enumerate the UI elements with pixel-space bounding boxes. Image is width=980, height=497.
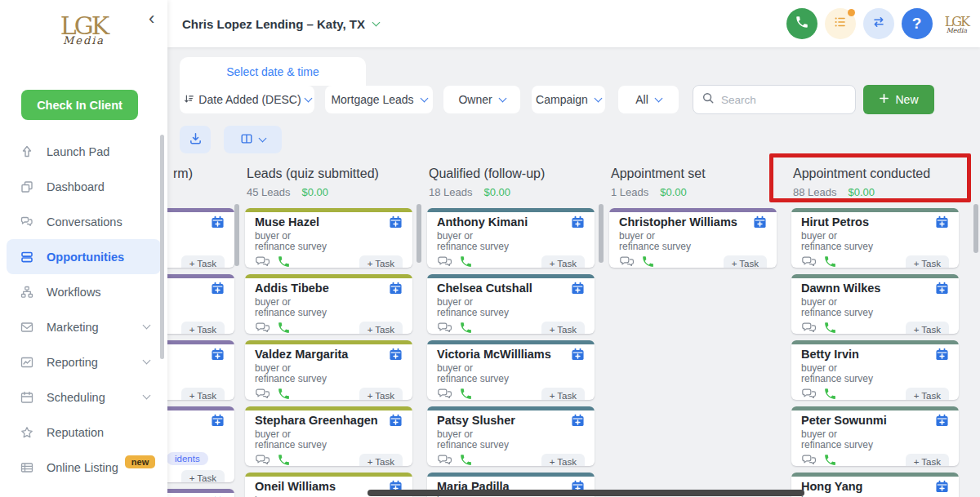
chat-icon[interactable] [437, 454, 453, 466]
calendar-add-icon[interactable] [211, 348, 225, 364]
add-task-button[interactable]: + Task [541, 454, 585, 467]
pipeline-dropdown[interactable]: Mortgage Leads [325, 86, 433, 113]
all-filter-dropdown[interactable]: All [618, 86, 679, 113]
calendar-add-icon[interactable] [935, 215, 949, 232]
add-task-button[interactable]: + Task [359, 255, 403, 268]
check-in-client-button[interactable]: Check In Client [21, 90, 138, 120]
calendar-add-icon[interactable] [211, 282, 225, 298]
lead-card[interactable]: Hong Yang buyer orrefinance survey + Tas… [791, 473, 959, 497]
chat-icon[interactable] [437, 255, 453, 268]
lead-card[interactable]: Addis Tibebe buyer orrefinance survey + … [245, 274, 412, 334]
sidebar-item-reporting[interactable]: Reporting [7, 344, 161, 379]
chat-icon[interactable] [619, 255, 635, 268]
chat-icon[interactable] [801, 322, 817, 334]
add-task-button[interactable]: + Task [906, 388, 949, 401]
lead-card[interactable]: Dawnn Wilkes buyer orrefinance survey + … [791, 274, 959, 334]
sort-dropdown[interactable]: Date Added (DESC) [180, 86, 314, 113]
calendar-add-icon[interactable] [211, 414, 225, 430]
lead-card[interactable]: Christopher Williams buyer orrefinance s… [609, 208, 777, 268]
lead-card[interactable]: + Task [167, 340, 234, 400]
call-icon[interactable] [277, 387, 291, 400]
add-task-button[interactable]: + Task [359, 322, 403, 335]
call-icon[interactable] [459, 387, 473, 400]
calendar-add-icon[interactable] [571, 414, 585, 430]
lead-card[interactable]: Betty Irvin buyer orrefinance survey + T… [791, 340, 959, 400]
add-task-button[interactable]: + Task [541, 255, 585, 268]
lead-card[interactable]: Hirut Petros buyer orrefinance survey + … [791, 208, 959, 268]
add-task-button[interactable]: + Task [181, 322, 225, 335]
sidebar-item-conversations[interactable]: Conversations [7, 204, 161, 239]
lead-card[interactable]: Victoria McWillliams buyer orrefinance s… [427, 340, 595, 400]
sidebar-item-dashboard[interactable]: Dashboard [7, 169, 161, 204]
sidebar-item-marketing[interactable]: Marketing [7, 309, 161, 344]
lead-card[interactable]: Chelsea Cutshall buyer orrefinance surve… [427, 274, 595, 334]
sidebar-collapse-icon[interactable]: ‹ [149, 10, 154, 28]
call-icon[interactable] [277, 321, 291, 334]
chat-icon[interactable] [255, 322, 271, 334]
sidebar-item-opportunities[interactable]: Opportunities [7, 239, 161, 274]
sidebar-scrollbar[interactable] [160, 135, 164, 359]
add-task-button[interactable]: + Task [181, 388, 225, 401]
calendar-add-icon[interactable] [389, 282, 403, 298]
add-task-button[interactable]: + Task [906, 454, 949, 467]
add-task-button[interactable]: + Task [359, 454, 403, 467]
chat-icon[interactable] [437, 322, 453, 334]
add-task-button[interactable]: + Task [541, 388, 585, 401]
lead-card[interactable]: Stephara Greenhagen buyer orrefinance su… [245, 406, 412, 466]
board-view-dropdown[interactable] [224, 126, 282, 153]
lead-card[interactable]: Patsy Slusher buyer orrefinance survey +… [427, 406, 595, 466]
calendar-add-icon[interactable] [571, 215, 585, 232]
calendar-add-icon[interactable] [211, 215, 225, 232]
lead-card[interactable]: idents + Task [167, 406, 234, 482]
campaign-dropdown[interactable]: Campaign [532, 86, 605, 113]
new-opportunity-button[interactable]: New [863, 85, 934, 114]
call-icon[interactable] [823, 453, 837, 466]
sidebar-item-reputation[interactable]: Reputation [7, 415, 161, 450]
calendar-add-icon[interactable] [935, 348, 949, 364]
search-input[interactable] [721, 94, 866, 106]
call-icon[interactable] [823, 387, 837, 400]
call-icon[interactable] [459, 321, 473, 334]
lead-card[interactable]: + Task [167, 208, 234, 268]
calendar-add-icon[interactable] [571, 348, 585, 364]
add-task-button[interactable]: + Task [359, 388, 403, 401]
call-icon[interactable] [823, 255, 837, 268]
chat-icon[interactable] [801, 255, 817, 268]
calendar-add-icon[interactable] [389, 348, 403, 364]
transfer-button[interactable] [863, 8, 894, 39]
sidebar-item-launch-pad[interactable]: Launch Pad [7, 134, 161, 169]
phone-button[interactable] [786, 8, 817, 39]
column-scrollbar[interactable] [416, 204, 421, 263]
calendar-add-icon[interactable] [389, 215, 403, 232]
horizontal-scrollbar[interactable] [368, 490, 804, 496]
call-icon[interactable] [277, 255, 291, 268]
export-button[interactable] [180, 126, 211, 153]
calendar-add-icon[interactable] [935, 480, 949, 496]
help-button[interactable]: ? [902, 8, 933, 39]
chat-icon[interactable] [801, 388, 817, 400]
select-date-time-tab[interactable]: Select date & time [180, 57, 366, 86]
lead-card[interactable]: Anthony Kimani buyer orrefinance survey … [427, 208, 595, 268]
lead-card[interactable]: Valdez Margarita buyer orrefinance surve… [245, 340, 412, 400]
calendar-add-icon[interactable] [389, 414, 403, 430]
calendar-add-icon[interactable] [935, 282, 949, 298]
add-task-button[interactable]: + Task [541, 322, 585, 335]
sidebar-item-online-listing[interactable]: Online Listing new [7, 450, 161, 485]
lead-card[interactable]: Muse Hazel buyer orrefinance survey + Ta… [245, 208, 412, 268]
column-scrollbar[interactable] [234, 204, 239, 266]
chat-icon[interactable] [801, 454, 817, 466]
call-icon[interactable] [641, 255, 655, 268]
chat-icon[interactable] [255, 454, 271, 466]
call-icon[interactable] [459, 453, 473, 466]
calendar-add-icon[interactable] [571, 282, 585, 298]
add-task-button[interactable]: + Task [906, 322, 949, 335]
lead-card[interactable]: Peter Sowunmi buyer orrefinance survey +… [791, 406, 959, 466]
column-scrollbar[interactable] [599, 204, 604, 263]
lead-card[interactable]: + Task [167, 274, 234, 334]
column-scrollbar[interactable] [973, 204, 978, 253]
sidebar-item-workflows[interactable]: Workflows [7, 274, 161, 309]
add-task-button[interactable]: + Task [181, 255, 225, 268]
call-icon[interactable] [277, 453, 291, 466]
lead-card[interactable]: + Task [167, 489, 234, 497]
call-icon[interactable] [823, 321, 837, 334]
